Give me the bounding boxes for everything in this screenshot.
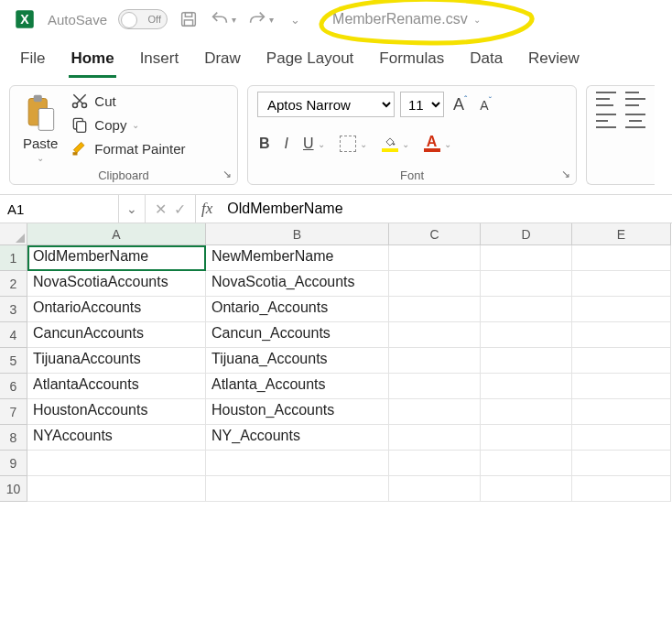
cell[interactable]: NewMemberName <box>206 245 389 271</box>
name-box-dropdown[interactable]: ⌄ <box>119 195 146 223</box>
undo-button[interactable]: ▾ <box>210 9 236 29</box>
cut-button[interactable]: Cut <box>70 92 185 110</box>
cell[interactable] <box>389 271 481 297</box>
cell[interactable] <box>389 451 481 476</box>
format-painter-button[interactable]: Format Painter <box>70 139 185 158</box>
align-left-button[interactable] <box>596 114 616 128</box>
decrease-font-button[interactable]: Aˇ <box>476 96 495 113</box>
worksheet-grid[interactable]: A B C D E 1 OldMemberName NewMemberName … <box>0 223 672 502</box>
cell[interactable] <box>572 476 671 502</box>
row-header[interactable]: 5 <box>0 348 27 374</box>
cell[interactable] <box>481 451 572 476</box>
align-middle-button[interactable] <box>625 92 645 106</box>
qat-customize-button[interactable]: ⌄ <box>285 9 305 29</box>
cell[interactable] <box>481 297 572 322</box>
fx-button[interactable]: fx <box>196 200 218 218</box>
underline-button[interactable]: U⌄ <box>301 134 327 154</box>
font-launcher-icon[interactable]: ↘ <box>561 168 570 180</box>
cell[interactable] <box>481 425 572 451</box>
col-header-d[interactable]: D <box>481 223 572 245</box>
cell[interactable] <box>572 322 671 348</box>
cell[interactable] <box>481 322 572 348</box>
autosave-toggle[interactable]: Off <box>118 9 168 29</box>
cell[interactable] <box>572 399 671 425</box>
tab-home[interactable]: Home <box>69 46 115 78</box>
col-header-a[interactable]: A <box>27 223 206 245</box>
cell[interactable] <box>389 322 481 348</box>
cell[interactable] <box>572 374 671 399</box>
name-box[interactable] <box>0 195 119 223</box>
cell[interactable] <box>389 476 481 502</box>
save-button[interactable] <box>179 9 199 29</box>
col-header-b[interactable]: B <box>206 223 389 245</box>
italic-button[interactable]: I <box>283 134 290 154</box>
cell[interactable] <box>389 399 481 425</box>
font-name-select[interactable]: Aptos Narrow <box>257 92 395 117</box>
cell[interactable]: NYAccounts <box>27 425 206 451</box>
cell[interactable]: Tijuana_Accounts <box>206 348 389 374</box>
tab-file[interactable]: File <box>18 46 47 78</box>
cell[interactable] <box>481 374 572 399</box>
row-header[interactable]: 8 <box>0 425 27 451</box>
formula-input[interactable] <box>218 195 672 223</box>
cell[interactable]: OntarioAccounts <box>27 297 206 322</box>
font-size-select[interactable]: 11 <box>400 92 444 117</box>
cell[interactable] <box>572 451 671 476</box>
redo-button[interactable]: ▾ <box>247 9 274 29</box>
cell[interactable] <box>27 476 206 502</box>
cell[interactable]: NovaScotia_Accounts <box>206 271 389 297</box>
increase-font-button[interactable]: Aˆ <box>450 95 471 114</box>
copy-button[interactable]: Copy ⌄ <box>70 115 185 134</box>
tab-formulas[interactable]: Formulas <box>377 46 446 78</box>
cell[interactable]: Atlanta_Accounts <box>206 374 389 399</box>
cell[interactable] <box>481 348 572 374</box>
row-header[interactable]: 10 <box>0 476 27 502</box>
row-header[interactable]: 6 <box>0 374 27 399</box>
cell[interactable] <box>481 245 572 271</box>
cell[interactable] <box>389 425 481 451</box>
select-all-corner[interactable] <box>0 223 27 245</box>
align-top-button[interactable] <box>596 92 616 106</box>
tab-insert[interactable]: Insert <box>138 46 181 78</box>
cell[interactable]: OldMemberName <box>27 245 206 271</box>
cell[interactable]: Cancun_Accounts <box>206 322 389 348</box>
clipboard-launcher-icon[interactable]: ↘ <box>222 168 232 180</box>
col-header-c[interactable]: C <box>389 223 481 245</box>
row-header[interactable]: 1 <box>0 245 27 271</box>
cell[interactable] <box>389 245 481 271</box>
align-center-button[interactable] <box>625 114 645 128</box>
fill-color-button[interactable]: ⌄ <box>380 134 411 154</box>
cell[interactable] <box>481 399 572 425</box>
cell[interactable]: Ontario_Accounts <box>206 297 389 322</box>
cell[interactable]: CancunAccounts <box>27 322 206 348</box>
cell[interactable] <box>572 297 671 322</box>
row-header[interactable]: 9 <box>0 451 27 476</box>
col-header-e[interactable]: E <box>572 223 671 245</box>
cell[interactable] <box>389 374 481 399</box>
cancel-formula-button[interactable]: ✕ <box>155 201 167 218</box>
tab-data[interactable]: Data <box>468 46 504 78</box>
tab-draw[interactable]: Draw <box>202 46 243 78</box>
cell[interactable] <box>206 451 389 476</box>
cell[interactable] <box>572 425 671 451</box>
cell[interactable]: TijuanaAccounts <box>27 348 206 374</box>
tab-page-layout[interactable]: Page Layout <box>265 46 355 78</box>
cell[interactable]: NY_Accounts <box>206 425 389 451</box>
filename-dropdown[interactable]: MemberRename.csv ⌄ <box>332 11 481 27</box>
cell[interactable] <box>389 348 481 374</box>
cell[interactable] <box>572 245 671 271</box>
cell[interactable]: Houston_Accounts <box>206 399 389 425</box>
font-color-button[interactable]: A ⌄ <box>422 134 453 154</box>
cell[interactable]: NovaScotiaAccounts <box>27 271 206 297</box>
paste-button[interactable]: Paste ⌄ <box>19 92 61 165</box>
bold-button[interactable]: B <box>257 134 272 154</box>
cell[interactable]: HoustonAccounts <box>27 399 206 425</box>
row-header[interactable]: 4 <box>0 322 27 348</box>
cell[interactable] <box>389 297 481 322</box>
cell[interactable] <box>572 348 671 374</box>
cell[interactable] <box>481 271 572 297</box>
cell[interactable] <box>206 476 389 502</box>
row-header[interactable]: 7 <box>0 399 27 425</box>
cell[interactable] <box>27 451 206 476</box>
cell[interactable] <box>481 476 572 502</box>
